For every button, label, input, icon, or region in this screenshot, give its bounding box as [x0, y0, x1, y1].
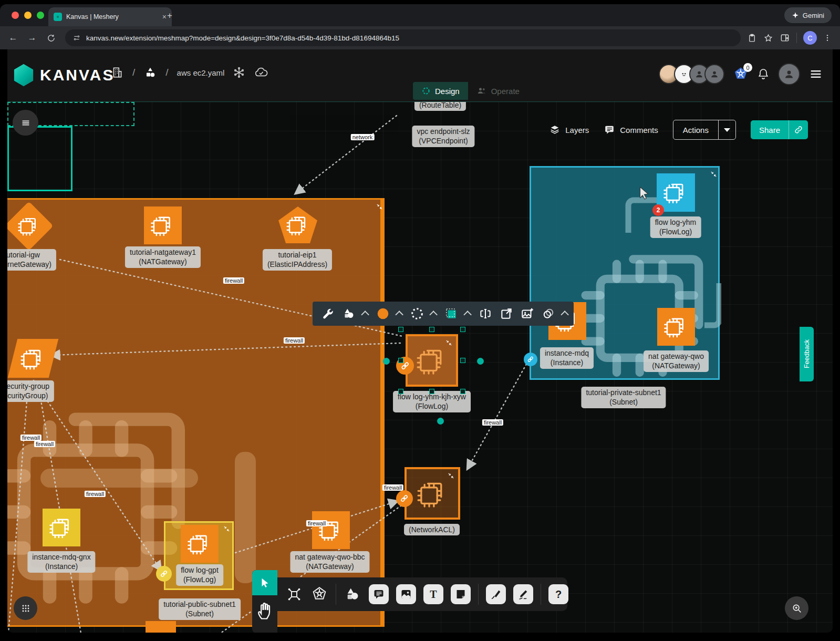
collapse-icon[interactable] [445, 339, 453, 347]
link-badge-network-acl[interactable] [396, 490, 413, 507]
site-info-icon[interactable] [72, 34, 81, 42]
edge-firewall-2[interactable] [51, 343, 400, 355]
rename-tool[interactable] [479, 307, 492, 320]
node-nat-gateway-qwo-bbc[interactable] [312, 511, 350, 549]
collapse-icon[interactable] [710, 170, 718, 178]
circle-dashed-tool[interactable] [410, 307, 424, 320]
image-tool[interactable] [396, 584, 416, 604]
node-instance-mdq-gnx[interactable] [43, 509, 80, 546]
mesh-chip-tool[interactable] [285, 585, 303, 603]
snowflake-icon[interactable] [233, 66, 245, 79]
link-badge-flow-log-gpt[interactable] [156, 566, 172, 582]
label-nat-gateway-qwo-bbc[interactable]: nat gateway-qwo-bbc(NATGateway) [290, 551, 369, 573]
label-network-acl[interactable]: (NetworkACL) [404, 524, 460, 535]
wrench-tool[interactable] [321, 307, 335, 320]
zoom-search-button[interactable] [785, 596, 808, 620]
shapes-tool[interactable] [342, 307, 356, 320]
circle-orange-tool[interactable] [376, 307, 390, 320]
clipboard-icon[interactable] [747, 33, 757, 43]
feedback-tab[interactable]: Feedback [800, 327, 814, 381]
address-bar[interactable]: kanvas.new/extension/meshmap?mode=design… [65, 29, 741, 46]
tab-operate[interactable]: Operate [468, 82, 528, 100]
connection-dot[interactable] [437, 418, 444, 425]
back-icon[interactable]: ← [5, 30, 21, 46]
node-flow-log-yhm-kjh-xyw[interactable] [406, 334, 458, 387]
resize-handle[interactable] [398, 327, 403, 332]
kubernetes-context-button[interactable]: 0 [733, 66, 749, 82]
note-tool[interactable] [451, 584, 471, 604]
label-instance-mdq-gnx[interactable]: instance-mdq-gnx(Instance) [27, 551, 95, 573]
comment-tool[interactable] [369, 584, 389, 604]
browser-tab[interactable]: Kanvas | Meshery × [48, 7, 172, 26]
reload-icon[interactable] [43, 30, 59, 46]
label-tutorial-natgateway1[interactable]: tutorial-natgateway1(NATGateway) [125, 246, 201, 268]
node-network-acl[interactable] [405, 467, 460, 520]
open-new-tool[interactable] [500, 307, 513, 320]
resize-handle[interactable] [460, 389, 465, 394]
select-tool-button[interactable] [252, 570, 277, 595]
circles-tool[interactable] [542, 307, 555, 320]
maximize-window-button[interactable] [37, 12, 44, 19]
chevron-up-icon[interactable] [463, 311, 472, 319]
label-tutorial-private-subnet1[interactable]: tutorial-private-subnet1(Subnet) [581, 387, 666, 408]
canvas-menu-button[interactable] [13, 110, 38, 136]
node-partial-bottom[interactable] [146, 621, 176, 633]
resize-handle[interactable] [429, 389, 434, 394]
link-badge-private-subnet[interactable] [524, 353, 537, 366]
image-add-tool[interactable] [521, 307, 534, 320]
side-panel-icon[interactable] [780, 33, 790, 43]
user-avatar[interactable] [778, 63, 800, 85]
brand[interactable]: KANVAS [13, 64, 115, 86]
pan-tool-button[interactable] [256, 599, 273, 621]
collapse-icon[interactable] [223, 525, 231, 533]
connection-dot[interactable] [477, 358, 484, 365]
tab-design[interactable]: Design [413, 82, 468, 100]
design-canvas[interactable]: Layers Comments Actions Share [7, 101, 833, 633]
label-tutorial-eip1[interactable]: tutorial-eip1(ElasticIPAddress) [263, 249, 332, 271]
connection-dot[interactable] [383, 358, 390, 365]
edge-firewall-4[interactable] [8, 381, 28, 633]
workspace-shapes-icon[interactable] [143, 66, 157, 79]
design-file-name[interactable]: aws ec2.yaml [177, 68, 225, 77]
resize-handle[interactable] [398, 389, 403, 394]
browser-menu-icon[interactable] [823, 34, 832, 42]
label-flow-log-yhm[interactable]: flow log-yhm(FlowLog) [650, 216, 701, 238]
collaborator-avatar[interactable] [704, 64, 724, 84]
pen-tool[interactable] [486, 584, 506, 604]
label-nat-gateway-qwo[interactable]: nat gateway-qwo(NATGateway) [644, 350, 709, 372]
label-vpc-endpoint-slz[interactable]: vpc endpoint-slz(VPCEndpoint) [412, 126, 474, 147]
minimize-window-button[interactable] [24, 12, 32, 19]
text-tool[interactable]: T [423, 584, 443, 604]
resize-handle[interactable] [429, 327, 434, 332]
square-teal-tool[interactable] [444, 307, 458, 320]
forward-icon[interactable]: → [24, 30, 40, 46]
shapes-light-tool[interactable] [344, 585, 361, 603]
label-tutorial-public-subnet1[interactable]: tutorial-public-subnet1(Subnet) [159, 598, 241, 620]
edge-firewall-7[interactable] [468, 360, 528, 469]
app-menu-icon[interactable] [808, 67, 823, 81]
label-flow-log-gpt[interactable]: flow log-gpt(FlowLog) [176, 564, 223, 586]
node-nat-gateway-qwo[interactable] [657, 308, 695, 346]
label-instance-mdq[interactable]: instance-mdq(Instance) [540, 347, 594, 369]
node-flow-log-gpt[interactable] [181, 525, 219, 563]
edge-firewall-5[interactable] [38, 382, 81, 633]
resize-handle[interactable] [460, 327, 465, 332]
collapse-icon[interactable] [447, 472, 455, 480]
close-window-button[interactable] [12, 12, 19, 19]
label-tutorial-igw[interactable]: tutorial-igw(InternetGateway) [7, 249, 56, 271]
label-route-table[interactable]: (RouteTable) [414, 101, 466, 111]
chevron-up-icon[interactable] [429, 311, 438, 319]
node-tutorial-natgateway1[interactable] [144, 206, 182, 244]
label-security-group[interactable]: al-security-group(SecurityGroup) [7, 380, 54, 402]
pencil-tool[interactable] [513, 584, 533, 604]
chevron-up-icon[interactable] [561, 311, 569, 319]
organization-icon[interactable] [110, 66, 124, 79]
chevron-up-icon[interactable] [361, 311, 369, 319]
chrome-profile-avatar[interactable]: C [803, 31, 817, 45]
help-tool[interactable]: ? [548, 584, 568, 604]
notifications-bell-icon[interactable] [757, 68, 770, 80]
resize-handle[interactable] [460, 358, 465, 363]
kubernetes-tool[interactable] [310, 585, 328, 603]
collapse-icon[interactable] [376, 203, 383, 211]
chevron-up-icon[interactable] [395, 311, 403, 319]
